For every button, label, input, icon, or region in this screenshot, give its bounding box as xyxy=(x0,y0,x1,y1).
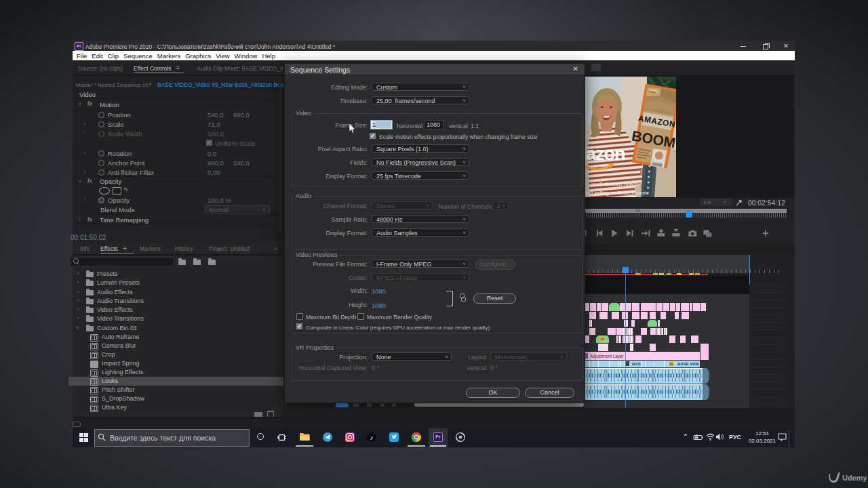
svg-text:Udemy: Udemy xyxy=(842,474,867,482)
svg-text:you'll discover how to: you'll discover how to xyxy=(591,181,639,187)
svg-text:♪: ♪ xyxy=(370,434,374,441)
svg-text:start selling on Amazon.com: start selling on Amazon.com xyxy=(584,190,647,196)
svg-text:mazon: mazon xyxy=(584,144,625,164)
